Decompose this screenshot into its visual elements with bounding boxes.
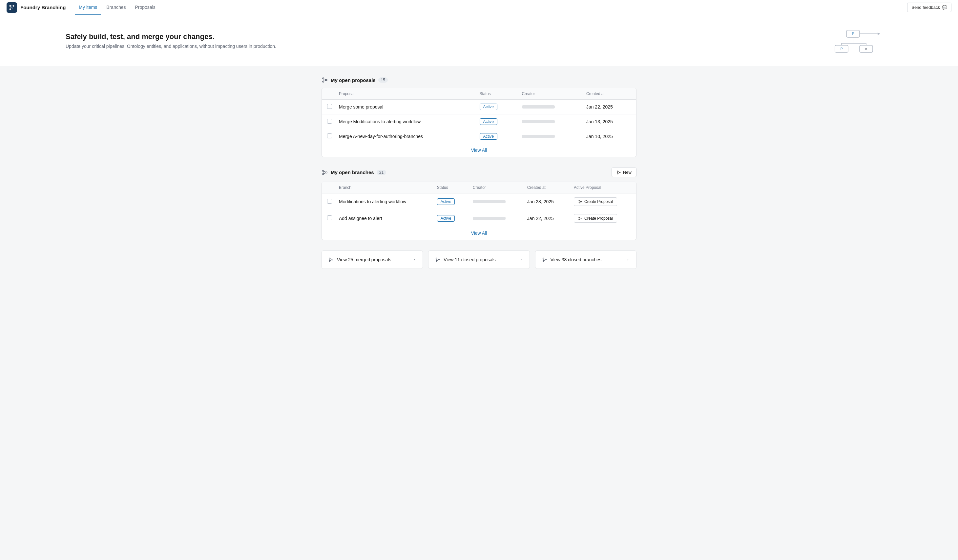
proposals-col-created: Created at <box>581 88 636 100</box>
branches-view-all-row: View All <box>322 226 636 240</box>
svg-point-51 <box>332 259 333 260</box>
proposals-table-row[interactable]: Merge some proposal Active Jan 22, 2025 <box>322 100 636 114</box>
create-proposal-button[interactable]: Create Proposal <box>574 214 617 223</box>
closed-branches-label: View 38 closed branches <box>550 257 601 262</box>
svg-marker-18 <box>878 32 880 35</box>
proposals-col-checkbox <box>322 88 334 100</box>
branch-row-name: Modifications to alerting workflow <box>334 193 432 210</box>
merged-proposals-icon <box>328 257 334 262</box>
tab-branches[interactable]: Branches <box>102 0 130 15</box>
svg-line-65 <box>544 259 545 259</box>
branches-col-proposal: Active Proposal <box>569 182 636 193</box>
svg-text:n: n <box>865 47 867 51</box>
branches-table-row[interactable]: Add assignee to alert Active Jan 22, 202… <box>322 210 636 227</box>
open-branches-count: 21 <box>377 170 386 175</box>
proposals-view-all-button[interactable]: View All <box>471 147 487 153</box>
svg-line-53 <box>330 259 332 259</box>
create-proposal-button[interactable]: Create Proposal <box>574 198 617 206</box>
bottom-cards: View 25 merged proposals → View 11 close… <box>322 250 636 269</box>
branch-row-date: Jan 28, 2025 <box>522 193 569 210</box>
branch-row-checkbox[interactable] <box>327 215 332 220</box>
closed-branches-card-left: View 38 closed branches <box>542 257 601 262</box>
svg-point-49 <box>329 258 330 259</box>
proposals-col-status: Status <box>474 88 517 100</box>
proposal-row-creator <box>517 129 581 144</box>
new-branch-icon <box>617 170 621 175</box>
svg-line-36 <box>618 172 619 173</box>
closed-branches-icon <box>542 257 547 262</box>
branch-row-name: Add assignee to alert <box>334 210 432 227</box>
proposal-row-creator <box>517 114 581 129</box>
svg-line-5 <box>11 6 13 8</box>
branch-row-checkbox[interactable] <box>327 199 332 204</box>
svg-point-32 <box>617 173 618 174</box>
hero-section: Safely build, test, and merge your chang… <box>0 15 958 66</box>
svg-point-44 <box>579 219 580 220</box>
proposals-col-name: Proposal <box>334 88 474 100</box>
open-proposals-header: My open proposals 15 <box>322 77 636 83</box>
branches-col-name: Branch <box>334 182 432 193</box>
proposal-row-name: Merge A-new-day-for-authoring-branches <box>334 129 474 144</box>
proposal-row-date: Jan 22, 2025 <box>581 100 636 114</box>
proposal-row-status: Active <box>474 100 517 114</box>
create-proposal-icon <box>578 200 582 204</box>
svg-text:P: P <box>852 32 854 36</box>
svg-point-43 <box>579 217 580 218</box>
main-content: My open proposals 15 Proposal Status Cre… <box>315 66 643 279</box>
svg-line-41 <box>580 201 581 201</box>
app-title: Foundry Branching <box>21 5 66 10</box>
proposal-row-checkbox[interactable] <box>327 133 332 138</box>
proposal-row-date: Jan 10, 2025 <box>581 129 636 144</box>
proposal-row-checkbox[interactable] <box>327 119 332 123</box>
branch-row-status: Active <box>432 193 468 210</box>
branches-col-status: Status <box>432 182 468 193</box>
closed-branches-card[interactable]: View 38 closed branches → <box>535 250 636 269</box>
proposal-row-status: Active <box>474 129 517 144</box>
proposals-icon <box>322 77 328 83</box>
svg-line-47 <box>580 217 581 218</box>
tab-proposals[interactable]: Proposals <box>131 0 159 15</box>
svg-point-57 <box>439 259 439 260</box>
svg-line-24 <box>324 80 326 81</box>
proposals-table-row[interactable]: Merge Modifications to alerting workflow… <box>322 114 636 129</box>
send-feedback-button[interactable]: Send feedback 💬 <box>907 3 952 12</box>
svg-point-19 <box>322 78 324 79</box>
branches-actions: New <box>612 168 636 177</box>
proposals-table: Proposal Status Creator Created at Merge… <box>322 88 636 157</box>
closed-proposals-card[interactable]: View 11 closed proposals → <box>428 250 530 269</box>
proposal-row-checkbox[interactable] <box>327 104 332 109</box>
merged-proposals-arrow: → <box>411 257 416 263</box>
branch-row-creator <box>468 210 522 227</box>
branches-view-all-button[interactable]: View All <box>471 231 487 236</box>
open-branches-header: My open branches 21 New <box>322 168 636 177</box>
svg-line-66 <box>544 260 545 261</box>
svg-line-30 <box>324 173 326 174</box>
branches-icon <box>322 169 328 176</box>
proposal-row-creator <box>517 100 581 114</box>
branches-table-row[interactable]: Modifications to alerting workflow Activ… <box>322 193 636 210</box>
app-logo <box>6 2 17 13</box>
closed-proposals-arrow: → <box>518 257 523 263</box>
hero-visual: P P n <box>827 27 892 54</box>
main-nav: My items Branches Proposals <box>75 0 159 15</box>
closed-proposals-label: View 11 closed proposals <box>444 257 496 262</box>
svg-point-56 <box>436 260 437 261</box>
closed-branches-arrow: → <box>624 257 630 263</box>
app-header: Foundry Branching My items Branches Prop… <box>0 0 958 15</box>
merged-proposals-card[interactable]: View 25 merged proposals → <box>322 250 423 269</box>
tab-my-items[interactable]: My items <box>75 0 101 15</box>
svg-point-50 <box>329 260 330 261</box>
proposal-row-date: Jan 13, 2025 <box>581 114 636 129</box>
branches-col-checkbox <box>322 182 334 193</box>
create-proposal-icon <box>578 217 582 221</box>
feedback-icon: 💬 <box>942 5 947 10</box>
proposals-table-row[interactable]: Merge A-new-day-for-authoring-branches A… <box>322 129 636 144</box>
svg-point-31 <box>617 171 618 172</box>
svg-point-63 <box>545 259 546 260</box>
new-btn-label: New <box>623 170 631 175</box>
svg-line-23 <box>324 79 326 80</box>
svg-line-60 <box>437 260 439 261</box>
proposals-table-header: Proposal Status Creator Created at <box>322 88 636 100</box>
new-branch-button[interactable]: New <box>612 168 636 177</box>
branches-table: Branch Status Creator Created at Active … <box>322 182 636 240</box>
